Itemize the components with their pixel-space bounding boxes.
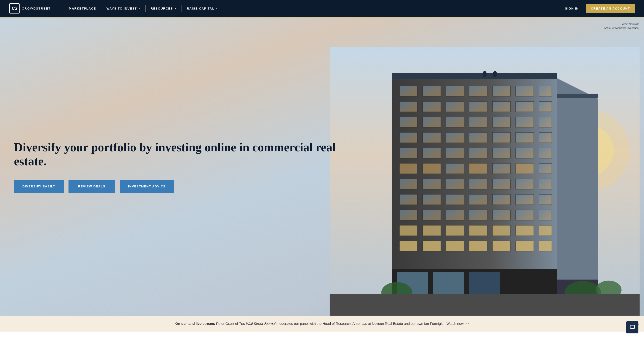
notification-text: Peter Grant of bbox=[216, 322, 239, 326]
svg-rect-47 bbox=[399, 179, 418, 189]
svg-rect-22 bbox=[469, 117, 487, 127]
svg-rect-16 bbox=[492, 101, 510, 112]
svg-rect-42 bbox=[446, 163, 464, 174]
svg-rect-64 bbox=[469, 210, 487, 220]
svg-rect-19 bbox=[399, 117, 418, 127]
svg-rect-33 bbox=[399, 148, 418, 158]
nav-links: MARKETPLACE WAYS TO INVEST ▾ RESOURCES ▾… bbox=[65, 5, 562, 12]
svg-rect-70 bbox=[446, 225, 464, 236]
svg-rect-85 bbox=[433, 272, 464, 295]
svg-rect-59 bbox=[516, 194, 534, 205]
svg-rect-48 bbox=[423, 179, 441, 189]
svg-rect-35 bbox=[446, 148, 464, 158]
svg-rect-55 bbox=[423, 194, 441, 205]
watch-now-link[interactable]: Watch now >> bbox=[446, 322, 468, 326]
hero-section: Diversify your portfolio by investing on… bbox=[0, 17, 644, 316]
notification-italic: The Wall Street Journal bbox=[239, 322, 276, 326]
svg-rect-10 bbox=[516, 86, 534, 96]
nav-right: SIGN IN CREATE AN ACCOUNT bbox=[562, 4, 635, 13]
chevron-down-icon: ▾ bbox=[175, 7, 176, 9]
hero-title: Diversify your portfolio by investing on… bbox=[14, 140, 340, 168]
nav-raise-capital[interactable]: RAISE CAPITAL ▾ bbox=[183, 5, 222, 12]
svg-rect-90 bbox=[330, 294, 640, 316]
svg-rect-25 bbox=[539, 117, 552, 127]
chevron-down-icon: ▾ bbox=[139, 7, 140, 9]
svg-rect-20 bbox=[423, 117, 441, 127]
svg-rect-69 bbox=[423, 225, 441, 236]
svg-rect-28 bbox=[446, 132, 464, 143]
svg-point-93 bbox=[482, 71, 487, 77]
notification-bold: On-demand live stream: bbox=[176, 322, 215, 326]
svg-point-94 bbox=[493, 71, 497, 77]
create-account-button[interactable]: CREATE AN ACCOUNT bbox=[586, 4, 635, 13]
svg-rect-41 bbox=[423, 163, 441, 174]
svg-rect-79 bbox=[492, 241, 510, 251]
nav-divider-4 bbox=[223, 5, 223, 12]
notification-bar: On-demand live stream: Peter Grant of Th… bbox=[0, 316, 644, 332]
nav-divider-1 bbox=[101, 5, 101, 12]
svg-rect-29 bbox=[469, 132, 487, 143]
nav-resources[interactable]: RESOURCES ▾ bbox=[146, 5, 180, 12]
nav-divider-3 bbox=[182, 5, 182, 12]
nav-marketplace[interactable]: MARKETPLACE bbox=[65, 5, 100, 12]
svg-rect-67 bbox=[539, 210, 552, 220]
svg-rect-50 bbox=[469, 179, 487, 189]
svg-rect-34 bbox=[423, 148, 441, 158]
chat-button[interactable] bbox=[626, 321, 638, 332]
svg-rect-39 bbox=[539, 148, 552, 158]
svg-rect-60 bbox=[539, 194, 552, 205]
svg-rect-31 bbox=[516, 132, 534, 143]
svg-rect-15 bbox=[469, 101, 487, 112]
svg-rect-72 bbox=[492, 225, 510, 236]
image-caption: Virgin Nashville Actual CrowdStreet Inve… bbox=[604, 22, 639, 30]
svg-rect-24 bbox=[516, 117, 534, 127]
svg-rect-32 bbox=[539, 132, 552, 143]
svg-rect-17 bbox=[516, 101, 534, 112]
svg-rect-37 bbox=[492, 148, 510, 158]
diversify-easily-button[interactable]: DIVERSIFY EASILY bbox=[14, 180, 64, 193]
svg-rect-21 bbox=[446, 117, 464, 127]
svg-rect-36 bbox=[469, 148, 487, 158]
building-illustration bbox=[325, 47, 644, 316]
svg-rect-65 bbox=[492, 210, 510, 220]
svg-rect-27 bbox=[423, 132, 441, 143]
svg-rect-91 bbox=[392, 73, 557, 79]
svg-rect-7 bbox=[446, 86, 464, 96]
svg-rect-56 bbox=[446, 194, 464, 205]
hero-content: Diversify your portfolio by investing on… bbox=[0, 140, 354, 193]
svg-rect-74 bbox=[539, 225, 552, 236]
navbar: CS CROWDSTREET MARKETPLACE WAYS TO INVES… bbox=[0, 0, 644, 17]
svg-rect-53 bbox=[539, 179, 552, 189]
svg-rect-26 bbox=[399, 132, 418, 143]
svg-rect-9 bbox=[492, 86, 510, 96]
svg-rect-5 bbox=[399, 86, 418, 96]
nav-ways-to-invest[interactable]: WAYS TO INVEST ▾ bbox=[102, 5, 144, 12]
svg-rect-8 bbox=[469, 86, 487, 96]
svg-rect-23 bbox=[492, 117, 510, 127]
svg-rect-6 bbox=[423, 86, 441, 96]
image-caption-line1: Virgin Nashville bbox=[604, 22, 639, 26]
svg-rect-18 bbox=[539, 101, 552, 112]
svg-rect-80 bbox=[516, 241, 534, 251]
svg-rect-54 bbox=[399, 194, 418, 205]
svg-rect-12 bbox=[399, 101, 418, 112]
svg-rect-66 bbox=[516, 210, 534, 220]
brand-name: CROWDSTREET bbox=[22, 7, 51, 10]
svg-rect-46 bbox=[539, 163, 552, 174]
svg-rect-52 bbox=[516, 179, 534, 189]
svg-rect-11 bbox=[539, 86, 552, 96]
svg-rect-40 bbox=[399, 163, 418, 174]
svg-rect-71 bbox=[469, 225, 487, 236]
svg-rect-13 bbox=[423, 101, 441, 112]
logo-area[interactable]: CS CROWDSTREET bbox=[9, 3, 51, 13]
logo-icon: CS bbox=[9, 3, 20, 13]
svg-rect-57 bbox=[469, 194, 487, 205]
svg-marker-4 bbox=[557, 78, 598, 295]
svg-rect-44 bbox=[492, 163, 510, 174]
sign-in-link[interactable]: SIGN IN bbox=[562, 5, 582, 12]
svg-rect-14 bbox=[446, 101, 464, 112]
svg-rect-86 bbox=[469, 272, 500, 295]
investment-advice-button[interactable]: INVESTMENT ADVICE bbox=[120, 180, 174, 193]
image-caption-line2: Actual CrowdStreet Investment bbox=[604, 26, 639, 30]
review-deals-button[interactable]: REVIEW DEALS bbox=[68, 180, 115, 193]
